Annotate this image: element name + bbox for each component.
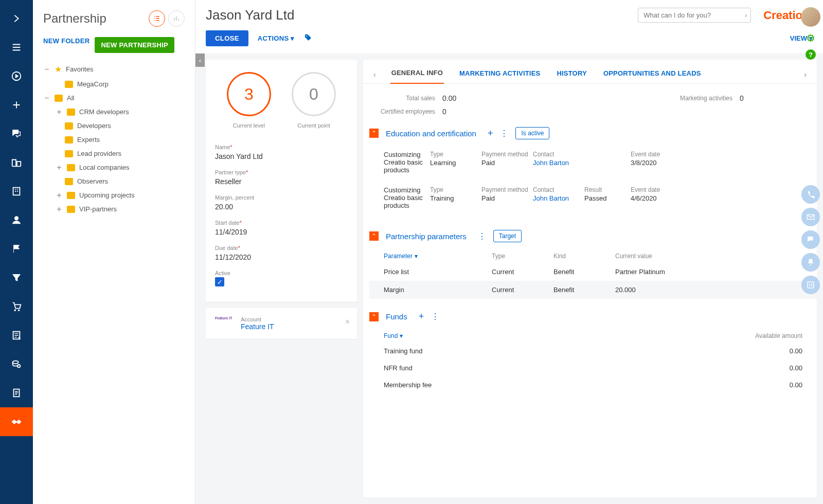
close-icon[interactable]: × xyxy=(345,317,350,327)
bell-icon[interactable] xyxy=(801,253,820,272)
add-icon[interactable]: + xyxy=(419,311,424,322)
folder-item[interactable]: +Upcoming projects xyxy=(41,188,187,202)
new-partnership-button[interactable]: NEW PARTNERSHIP xyxy=(95,37,174,53)
chart-view-toggle[interactable] xyxy=(168,10,185,27)
nav-doc-icon[interactable] xyxy=(0,379,33,407)
nav-partnership-icon[interactable] xyxy=(0,407,33,436)
summary-card: 3 Current level 0 Current point Name*Jas… xyxy=(206,60,357,302)
section-education-title[interactable]: Education and certification xyxy=(386,129,476,138)
phone-icon[interactable] xyxy=(801,185,820,204)
table-row[interactable]: Membership fee0.00 xyxy=(384,376,802,393)
favorites-folder[interactable]: −★Favorites xyxy=(41,61,187,77)
section-params-title[interactable]: Partnership parameters xyxy=(386,232,467,241)
more-icon[interactable]: ⋮ xyxy=(478,231,486,241)
folder-item[interactable]: +CRM developers xyxy=(41,105,187,119)
target-button[interactable]: Target xyxy=(493,230,522,242)
folder-item[interactable]: +Local companies xyxy=(41,160,187,174)
folder-item[interactable]: Experts xyxy=(41,133,187,147)
folder-item[interactable]: Observers xyxy=(41,174,187,188)
tab-marketing[interactable]: MARKETING ACTIVITIES xyxy=(458,66,541,83)
sort-parameter[interactable]: Parameter ▾ xyxy=(384,253,492,260)
nav-accounts-icon[interactable] xyxy=(0,148,33,177)
section-funds-title[interactable]: Funds xyxy=(386,312,407,321)
due-date-field[interactable]: Due date*11/12/2020 xyxy=(215,245,348,265)
nav-add[interactable] xyxy=(0,91,33,119)
tabs-prev[interactable]: ‹ xyxy=(373,70,376,79)
folder-item[interactable]: +VIP-partners xyxy=(41,202,187,216)
certified-employees-field[interactable]: Certified employees0 xyxy=(379,107,504,116)
close-button[interactable]: CLOSE xyxy=(206,30,248,46)
nav-cart-icon[interactable] xyxy=(0,292,33,321)
account-link[interactable]: Feature IT xyxy=(241,322,274,331)
folder-label: Experts xyxy=(77,136,100,143)
folder-item[interactable]: MegaCorp xyxy=(41,77,187,91)
mail-icon[interactable] xyxy=(801,208,820,226)
list-view-toggle[interactable] xyxy=(149,10,165,27)
new-folder-button[interactable]: NEW FOLDER xyxy=(43,37,90,53)
tab-history[interactable]: HISTORY xyxy=(556,66,587,83)
table-row[interactable]: Customizing Creatio basic products TypeT… xyxy=(384,182,802,218)
add-icon[interactable]: + xyxy=(488,128,493,139)
name-field[interactable]: Name*Jason Yard Ltd xyxy=(215,144,348,164)
col-header[interactable]: Kind xyxy=(553,253,615,260)
chat-icon[interactable] xyxy=(801,230,820,249)
detail-card: ‹ GENERAL INFO MARKETING ACTIVITIES HIST… xyxy=(363,60,817,498)
folder-label: Favorites xyxy=(66,65,93,73)
folder-icon xyxy=(67,164,75,171)
active-field: Active✓ xyxy=(215,270,348,286)
folder-label: Developers xyxy=(77,122,111,130)
collapse-icon[interactable]: ⌃ xyxy=(369,231,379,241)
folder-label: CRM developers xyxy=(79,108,129,116)
chevron-right-icon[interactable]: › xyxy=(745,12,747,19)
nav-play[interactable] xyxy=(0,62,33,91)
active-checkbox[interactable]: ✓ xyxy=(215,277,224,286)
nav-expand[interactable] xyxy=(0,4,33,33)
table-row[interactable]: Price listCurrentBenefitPartner Platinum xyxy=(384,263,802,281)
marketing-activities-field[interactable]: Marketing activities0 xyxy=(676,94,801,102)
nav-menu[interactable] xyxy=(0,33,33,62)
tabs-next[interactable]: › xyxy=(804,70,807,79)
col-header[interactable]: Current value xyxy=(615,253,677,260)
actions-dropdown[interactable]: ACTIONS ▾ xyxy=(258,34,295,42)
nav-flag-icon[interactable] xyxy=(0,235,33,263)
folder-item[interactable]: Lead providers xyxy=(41,147,187,160)
settings-icon[interactable]: ⚙ xyxy=(806,32,815,44)
global-search-input[interactable] xyxy=(638,8,751,23)
more-icon[interactable]: ⋮ xyxy=(500,129,508,138)
col-header[interactable]: Type xyxy=(492,253,553,260)
folder-icon xyxy=(67,192,75,199)
more-icon[interactable]: ⋮ xyxy=(431,312,439,321)
nav-note-icon[interactable] xyxy=(0,321,33,350)
all-folder[interactable]: −All xyxy=(41,91,187,105)
margin-field[interactable]: Margin, percent20.00 xyxy=(215,194,348,214)
nav-building-icon[interactable] xyxy=(0,177,33,206)
tab-general-info[interactable]: GENERAL INFO xyxy=(390,66,444,84)
table-row[interactable]: Training fund0.00 xyxy=(384,343,802,359)
tab-opportunities[interactable]: OPPORTUNITIES AND LEADS xyxy=(602,66,702,83)
total-sales-field[interactable]: Total sales0.00 xyxy=(379,94,504,102)
process-icon[interactable] xyxy=(801,276,820,294)
table-row[interactable]: NFR fund0.00 xyxy=(384,359,802,376)
help-icon[interactable]: ? xyxy=(806,49,816,60)
nav-coins-icon[interactable] xyxy=(0,350,33,379)
is-active-filter[interactable]: Is active xyxy=(515,127,549,139)
folder-item[interactable]: Developers xyxy=(41,119,187,133)
table-row[interactable]: MarginCurrentBenefit20.000 xyxy=(369,281,817,299)
sort-fund[interactable]: Fund ▾ xyxy=(384,332,403,339)
contact-link[interactable]: John Barton xyxy=(533,159,584,167)
collapse-icon[interactable]: ⌃ xyxy=(369,312,379,321)
nav-feed-icon[interactable] xyxy=(0,119,33,148)
start-date-field[interactable]: Start date*11/4/2019 xyxy=(215,220,348,240)
collapse-sidebar-handle[interactable]: ‹ xyxy=(195,53,205,67)
col-header[interactable]: Available amount xyxy=(755,332,802,339)
user-avatar[interactable] xyxy=(801,7,820,27)
svg-point-4 xyxy=(18,310,20,311)
partner-type-field[interactable]: Partner type*Reseller xyxy=(215,169,348,189)
contact-link[interactable]: John Barton xyxy=(533,194,584,202)
nav-funnel-icon[interactable] xyxy=(0,263,33,292)
tag-icon[interactable] xyxy=(304,33,312,43)
collapse-icon[interactable]: ⌃ xyxy=(369,129,379,138)
nav-contacts-icon[interactable] xyxy=(0,206,33,235)
table-row[interactable]: Customizing Creatio basic products TypeL… xyxy=(384,147,802,182)
page-title: Jason Yard Ltd xyxy=(206,7,295,23)
